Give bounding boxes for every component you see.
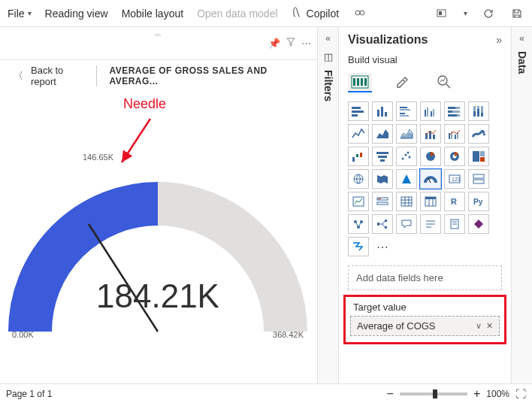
svg-rect-46 — [352, 157, 355, 162]
expand-filters-icon[interactable]: « — [325, 33, 331, 44]
stacked-column-icon[interactable] — [372, 102, 393, 121]
donut-icon[interactable] — [444, 147, 465, 166]
line-clustered-column-icon[interactable] — [444, 124, 465, 144]
target-value-field-pill[interactable]: Average of COGS ∨ ✕ — [350, 316, 500, 336]
filled-map-icon[interactable] — [372, 169, 393, 189]
kpi-icon[interactable] — [348, 192, 369, 211]
azure-map-icon[interactable] — [396, 169, 417, 189]
filter-icon[interactable] — [286, 38, 295, 49]
svg-rect-60 — [480, 151, 485, 156]
build-visual-label: Build visual — [339, 53, 511, 70]
stacked-bar-100-icon[interactable] — [444, 102, 465, 121]
collapse-visualizations-icon[interactable]: » — [496, 34, 502, 46]
find-icon[interactable] — [352, 6, 367, 21]
svg-rect-36 — [477, 109, 479, 117]
gauge-icon[interactable] — [420, 169, 441, 189]
mobile-layout-button[interactable]: Mobile layout — [122, 8, 184, 20]
drag-grip-icon[interactable]: ═ — [155, 30, 162, 39]
get-more-visuals-icon[interactable]: ⋯ — [372, 237, 393, 256]
pin-icon[interactable]: 📌 — [268, 38, 280, 49]
copilot-button[interactable]: Copilot — [292, 6, 340, 20]
refresh-icon[interactable] — [481, 6, 496, 21]
expand-data-icon[interactable]: « — [519, 33, 524, 44]
svg-rect-20 — [400, 109, 410, 111]
waterfall-icon[interactable] — [348, 147, 369, 166]
py-visual-icon[interactable]: Py — [468, 192, 489, 211]
area-chart-icon[interactable] — [372, 124, 393, 144]
table-icon[interactable] — [396, 192, 417, 211]
svg-rect-71 — [378, 198, 381, 199]
filters-pane-collapsed[interactable]: « ◫ Filters — [317, 27, 338, 383]
stacked-column-100-icon[interactable] — [468, 102, 489, 121]
tab-build-visual[interactable] — [348, 73, 372, 92]
stacked-area-icon[interactable] — [396, 124, 417, 144]
gauge-center-value: 184.21K — [8, 277, 308, 315]
zoom-percent: 100% — [486, 389, 509, 399]
svg-rect-59 — [473, 151, 479, 162]
fit-to-page-icon[interactable]: ⛶ — [515, 388, 526, 400]
visualizations-title: Visualizations — [348, 33, 428, 47]
clustered-bar-icon[interactable] — [396, 102, 417, 121]
line-stacked-column-icon[interactable] — [420, 124, 441, 144]
matrix-icon[interactable] — [420, 192, 441, 211]
more-icon[interactable]: ⋯ — [301, 38, 311, 49]
report-canvas: ═ 📌 ⋯ 〈 Back to report AVERAGE OF GROSS … — [0, 27, 317, 383]
key-influencers-icon[interactable] — [348, 214, 369, 234]
scatter-icon[interactable] — [396, 147, 417, 166]
filters-label: Filters — [322, 70, 334, 102]
svg-point-53 — [405, 154, 407, 156]
power-apps-icon[interactable] — [468, 214, 489, 234]
clustered-column-icon[interactable] — [420, 102, 441, 121]
file-menu[interactable]: File▾ — [8, 8, 32, 20]
zoom-out-button[interactable]: − — [387, 387, 394, 401]
multi-row-card-icon[interactable] — [468, 169, 489, 189]
stacked-bar-icon[interactable] — [348, 102, 369, 121]
card-icon[interactable]: 123 — [444, 169, 465, 189]
svg-rect-22 — [400, 115, 409, 117]
r-visual-icon[interactable]: R — [444, 192, 465, 211]
ribbon-chart-icon[interactable] — [468, 124, 489, 144]
map-icon[interactable] — [348, 169, 369, 189]
reading-view-button[interactable]: Reading view — [45, 8, 108, 20]
smart-narrative-icon[interactable] — [420, 214, 441, 234]
target-value-label: Target value — [350, 300, 500, 316]
qa-visual-icon[interactable] — [396, 214, 417, 234]
svg-point-55 — [407, 152, 410, 154]
decomposition-tree-icon[interactable] — [372, 214, 393, 234]
gauge-max-label: 368.42K — [273, 330, 304, 339]
svg-point-54 — [409, 156, 411, 159]
save-icon[interactable] — [509, 6, 524, 21]
canvas-header: ═ 📌 ⋯ — [0, 27, 317, 60]
view-options-chevron-icon[interactable]: ▾ — [464, 9, 467, 17]
svg-rect-10 — [364, 78, 367, 86]
gauge-visual[interactable]: 146.65K 184.21K 0.00K 368.42K — [8, 159, 308, 354]
paginated-report-icon[interactable] — [444, 214, 465, 234]
zoom-in-button[interactable]: + — [473, 387, 480, 401]
back-to-report-button[interactable]: 〈 Back to report — [14, 65, 86, 87]
svg-rect-34 — [473, 111, 476, 117]
treemap-icon[interactable] — [468, 147, 489, 166]
svg-rect-72 — [401, 197, 412, 206]
power-automate-icon[interactable] — [348, 237, 369, 256]
zoom-slider[interactable] — [400, 392, 467, 395]
top-toolbar: File▾ Reading view Mobile layout Open da… — [0, 0, 532, 27]
slicer-icon[interactable] — [372, 192, 393, 211]
svg-point-52 — [402, 158, 404, 160]
pie-icon[interactable] — [420, 147, 441, 166]
svg-rect-7 — [353, 78, 355, 86]
tab-analytics[interactable] — [432, 73, 456, 92]
funnel-icon[interactable] — [372, 147, 393, 166]
tab-format-visual[interactable] — [390, 73, 414, 92]
svg-rect-16 — [377, 110, 379, 117]
visual-title: AVERAGE OF GROSS SALES AND AVERAG... — [96, 65, 304, 86]
chevron-down-icon[interactable]: ∨ — [476, 321, 482, 331]
add-data-fields-well[interactable]: Add data fields here — [348, 265, 502, 290]
svg-rect-32 — [457, 114, 460, 117]
view-options-icon[interactable] — [435, 6, 450, 21]
data-pane-collapsed[interactable]: « Data — [511, 27, 532, 383]
page-indicator[interactable]: Page 1 of 1 — [6, 389, 52, 399]
svg-point-1 — [360, 11, 364, 15]
line-chart-icon[interactable] — [348, 124, 369, 144]
remove-field-icon[interactable]: ✕ — [486, 321, 493, 331]
svg-rect-3 — [439, 11, 442, 15]
